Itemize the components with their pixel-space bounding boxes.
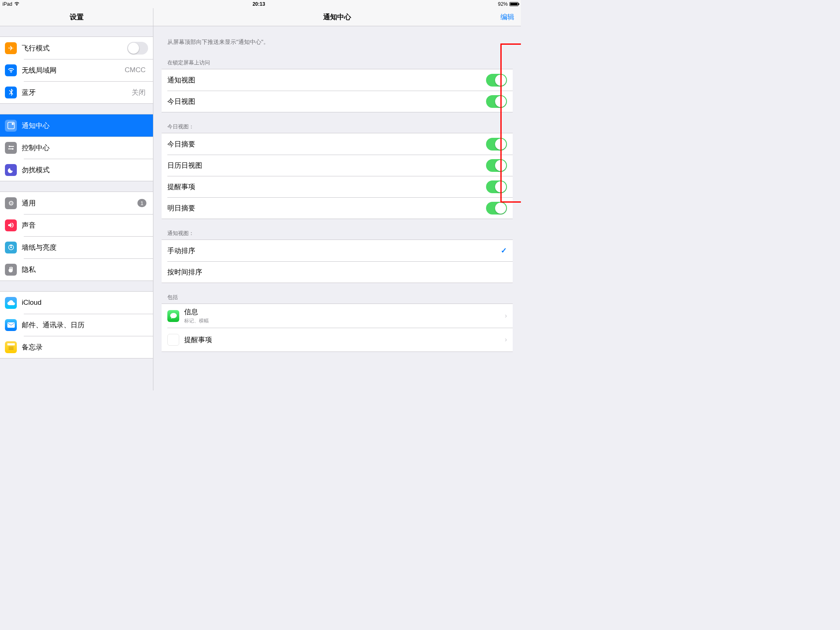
sidebar-item-general[interactable]: ⚙ 通用 1 <box>0 192 153 214</box>
device-label: iPad <box>2 1 12 7</box>
switch-today-summary[interactable] <box>486 138 507 151</box>
svg-point-7 <box>10 247 12 248</box>
app-row-messages[interactable]: 信息 标记、横幅 › <box>162 304 513 328</box>
gear-icon: ⚙ <box>5 197 17 209</box>
svg-point-4 <box>12 148 14 150</box>
edit-button[interactable]: 编辑 <box>500 12 514 22</box>
switch-today-view[interactable] <box>486 95 507 108</box>
status-bar: iPad 20:13 92% <box>0 0 521 8</box>
messages-icon <box>167 310 179 322</box>
wifi-icon <box>14 1 20 7</box>
today-row-calendar[interactable]: 日历日视图 <box>162 155 513 176</box>
svg-point-1 <box>11 123 14 125</box>
svg-rect-5 <box>8 148 12 149</box>
bluetooth-icon <box>5 87 17 98</box>
lock-row-notification-view[interactable]: 通知视图 <box>162 69 513 91</box>
sidebar-item-notes[interactable]: 备忘录 <box>0 336 153 358</box>
notif-section-header: 通知视图： <box>153 219 521 240</box>
include-section-header: 包括 <box>153 283 521 304</box>
lock-section-header: 在锁定屏幕上访问 <box>153 56 521 69</box>
sidebar-item-wifi[interactable]: 无线局域网 CMCC <box>0 59 153 81</box>
notification-icon <box>5 120 17 132</box>
control-center-icon <box>5 142 17 154</box>
sound-icon <box>5 219 17 231</box>
svg-point-2 <box>9 146 10 147</box>
detail-title: 通知中心 <box>323 12 351 22</box>
chevron-right-icon: › <box>505 312 507 320</box>
sidebar-item-wallpaper[interactable]: 墙纸与亮度 <box>0 236 153 258</box>
battery-icon <box>509 2 518 6</box>
today-row-tomorrow[interactable]: 明日摘要 <box>162 197 513 219</box>
sidebar-title: 设置 <box>0 8 153 26</box>
sidebar-item-airplane[interactable]: ✈ 飞行模式 <box>0 37 153 59</box>
today-row-summary[interactable]: 今日摘要 <box>162 133 513 155</box>
airplane-switch[interactable] <box>127 42 148 55</box>
detail-pane: 从屏幕顶部向下推送来显示"通知中心"。 在锁定屏幕上访问 通知视图 今日视图 今… <box>153 26 521 390</box>
hand-icon <box>5 264 17 276</box>
switch-tomorrow-summary[interactable] <box>486 202 507 215</box>
reminders-icon <box>167 334 179 346</box>
header-bar: 设置 通知中心 编辑 <box>0 8 521 26</box>
chevron-right-icon: › <box>505 336 507 343</box>
clock: 20:13 <box>253 1 265 7</box>
airplane-icon: ✈ <box>5 42 17 54</box>
sort-row-manual[interactable]: 手动排序 ✓ <box>162 240 513 261</box>
wallpaper-icon <box>5 242 17 253</box>
svg-rect-3 <box>10 146 14 147</box>
mail-icon <box>5 319 17 331</box>
sidebar-item-dnd[interactable]: 勿扰模式 <box>0 159 153 181</box>
sidebar-item-notification-center[interactable]: 通知中心 <box>0 114 153 137</box>
sidebar: ✈ 飞行模式 无线局域网 CMCC 蓝牙 关闭 <box>0 26 153 390</box>
sidebar-item-bluetooth[interactable]: 蓝牙 关闭 <box>0 81 153 103</box>
switch-reminders[interactable] <box>486 180 507 193</box>
sort-row-time[interactable]: 按时间排序 <box>162 261 513 283</box>
notes-icon <box>5 341 17 353</box>
sidebar-item-mail[interactable]: 邮件、通讯录、日历 <box>0 314 153 336</box>
intro-text: 从屏幕顶部向下推送来显示"通知中心"。 <box>153 26 521 56</box>
today-row-reminders[interactable]: 提醒事项 <box>162 176 513 197</box>
app-row-reminders[interactable]: 提醒事项 › <box>162 328 513 352</box>
sidebar-item-sounds[interactable]: 声音 <box>0 214 153 236</box>
badge-general: 1 <box>137 199 146 207</box>
lock-row-today-view[interactable]: 今日视图 <box>162 91 513 112</box>
wifi-settings-icon <box>5 64 17 76</box>
cloud-icon <box>5 297 17 309</box>
sidebar-item-control-center[interactable]: 控制中心 <box>0 137 153 159</box>
battery-percent: 92% <box>498 1 508 7</box>
check-icon: ✓ <box>501 246 507 255</box>
sidebar-item-icloud[interactable]: iCloud <box>0 292 153 314</box>
today-section-header: 今日视图： <box>153 112 521 133</box>
switch-notification-view[interactable] <box>486 74 507 87</box>
svg-rect-9 <box>7 343 15 345</box>
moon-icon <box>5 164 17 176</box>
sidebar-item-privacy[interactable]: 隐私 <box>0 258 153 281</box>
switch-calendar-day[interactable] <box>486 159 507 172</box>
